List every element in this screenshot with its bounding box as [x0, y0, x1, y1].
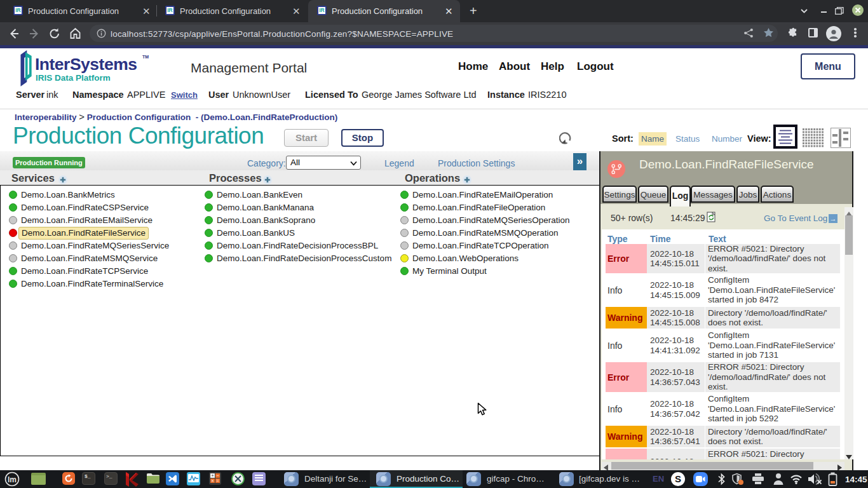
svg-text:TM: TM: [142, 55, 149, 59]
svg-text:IRIS Data Platform: IRIS Data Platform: [36, 73, 111, 83]
svg-text:InterSystems: InterSystems: [35, 55, 137, 74]
svg-text:lm: lm: [8, 475, 17, 484]
